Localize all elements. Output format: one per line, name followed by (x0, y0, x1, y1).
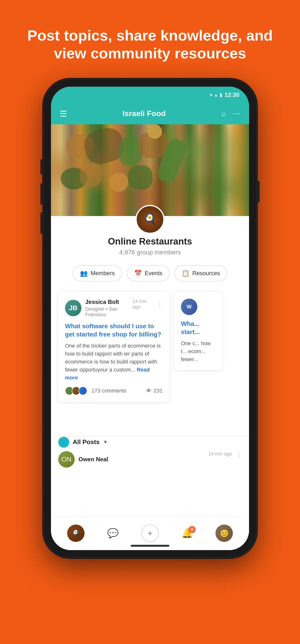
profile-avatar: 😊 (215, 524, 233, 542)
status-icons: ▾ ▴ ▮ 12:30 (210, 92, 239, 98)
resources-icon: 📋 (182, 270, 189, 277)
bell-icon: 🔔 8 (181, 528, 193, 538)
battery-icon: ▮ (220, 92, 222, 98)
eye-icon: 👁 (146, 388, 152, 394)
group-name: Online Restaurants (51, 236, 249, 247)
more-icon[interactable]: ⋯ (233, 109, 240, 118)
post-title: What software should I use to get starte… (65, 322, 163, 339)
post-subtitle: Designer • San Fransisco (85, 306, 132, 318)
nav-add[interactable]: + (141, 524, 159, 542)
group-avatar: 🍳 (136, 205, 164, 234)
partial-avatar-initials: W (187, 304, 192, 310)
events-label: Events (145, 270, 162, 276)
wifi-icon: ▾ (210, 92, 212, 98)
post-avatar: JB (65, 300, 81, 316)
nav-chat[interactable]: 💬 (107, 528, 119, 538)
bottom-post-time: 14 min ago (208, 451, 232, 457)
post-user-info: JB Jessica Bolt Designer • San Fransisco (65, 298, 132, 318)
bottom-post-username: Owen Neal (79, 456, 242, 463)
phone-screen: ▾ ▴ ▮ 12:30 ☰ Israeli Food ⌕ ⋯ (51, 87, 249, 550)
partial-post-header: W (181, 298, 216, 315)
group-info: Online Restaurants 4,976 group members (51, 236, 249, 256)
app-bar: ☰ Israeli Food ⌕ ⋯ (51, 103, 249, 124)
post-header: JB Jessica Bolt Designer • San Fransisco… (65, 298, 163, 318)
post-user-details: Jessica Bolt Designer • San Fransisco (85, 298, 132, 318)
members-icon: 👥 (80, 270, 88, 277)
post-more-icon[interactable]: ⋮ (157, 301, 163, 308)
view-count: 👁 231 (146, 388, 163, 394)
action-buttons: 👥 Members 📅 Events 📋 Resources (51, 265, 249, 282)
resources-label: Resources (192, 270, 220, 276)
comment-count: 173 comments (92, 388, 126, 394)
bottom-post-info: Owen Neal (79, 456, 242, 463)
avatar-food-icon: 🍳 (143, 212, 157, 226)
chat-icon: 💬 (107, 528, 119, 538)
partial-post-body: One c... how t... ecom... fewer... (181, 340, 216, 363)
bottom-post-more-icon[interactable]: ⋮ (236, 451, 242, 458)
commenter-avatar-3 (79, 386, 87, 395)
posts-section: JB Jessica Bolt Designer • San Fransisco… (51, 287, 249, 516)
avatar-initials: JB (69, 304, 78, 312)
events-icon: 📅 (134, 270, 142, 277)
mute-button (40, 159, 44, 175)
filter-label: All Posts (73, 438, 100, 446)
group-members: 4,976 group members (51, 248, 249, 256)
nav-notifications[interactable]: 🔔 8 (181, 528, 193, 538)
signal-icon: ▴ (215, 92, 217, 98)
post-time: 14 min ago (132, 298, 153, 310)
nav-home[interactable]: 🍳 (67, 524, 85, 542)
power-button (256, 181, 260, 202)
globe-icon: 🌐 (58, 437, 69, 448)
status-time: 12:30 (225, 92, 239, 98)
add-icon: + (141, 524, 159, 542)
members-label: Members (91, 270, 115, 276)
post-body: One of the trickier parts of ecommerce i… (65, 342, 163, 382)
volume-up-button (40, 183, 44, 205)
partial-post-avatar: W (181, 298, 197, 315)
partial-post-title: Wha... start... (181, 320, 216, 336)
events-button[interactable]: 📅 Events (127, 265, 170, 282)
volume-down-button (40, 212, 44, 234)
post-username: Jessica Bolt (85, 298, 132, 305)
phone-mockup: ▾ ▴ ▮ 12:30 ☰ Israeli Food ⌕ ⋯ (44, 80, 256, 557)
status-bar: ▾ ▴ ▮ 12:30 (51, 87, 249, 103)
home-food-icon: 🍳 (67, 524, 85, 542)
section-divider (51, 436, 249, 436)
app-title: Israeli Food (122, 109, 166, 118)
members-button[interactable]: 👥 Members (73, 265, 122, 282)
bottom-post-avatar: ON (58, 451, 75, 468)
all-posts-filter[interactable]: 🌐 All Posts ▼ (58, 437, 108, 448)
comment-avatars (65, 386, 87, 395)
partial-post-card: W Wha... start... One c... how t... ecom… (174, 292, 222, 370)
nav-profile[interactable]: 😊 (215, 524, 233, 542)
home-indicator (131, 545, 169, 547)
headline: Post topics, share knowledge, and view c… (0, 0, 300, 80)
featured-post-card[interactable]: JB Jessica Bolt Designer • San Fransisco… (58, 292, 169, 402)
hero-image (51, 124, 249, 216)
notification-badge: 8 (188, 526, 196, 533)
resources-button[interactable]: 📋 Resources (174, 265, 227, 282)
post-footer: 173 comments 👁 231 (65, 386, 163, 395)
app-bar-icons: ⌕ ⋯ (221, 109, 240, 118)
view-number: 231 (154, 388, 163, 394)
menu-icon[interactable]: ☰ (60, 109, 67, 118)
search-icon[interactable]: ⌕ (221, 109, 226, 118)
filter-caret-icon: ▼ (103, 439, 108, 445)
